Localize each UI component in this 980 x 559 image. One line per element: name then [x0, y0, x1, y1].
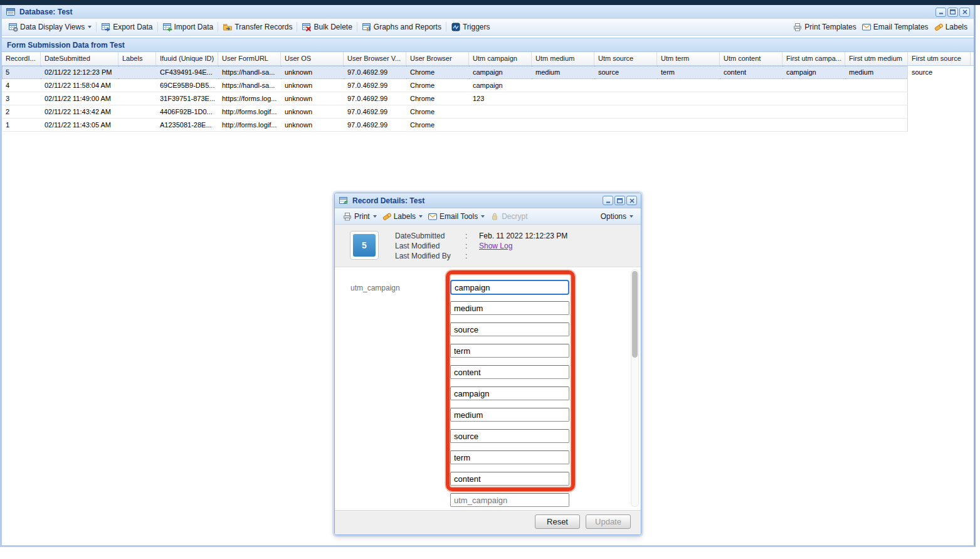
show-log-link[interactable]: Show Log — [479, 241, 512, 251]
modal-scrollbar[interactable] — [631, 269, 639, 507]
column-header[interactable]: First utm campa... — [782, 52, 845, 65]
utm-field-input[interactable] — [450, 429, 569, 443]
table-cell: 5 — [2, 66, 41, 79]
column-header[interactable]: Utm source — [594, 52, 657, 65]
utm-field-input[interactable] — [450, 301, 569, 315]
record-number-badge: 5 — [353, 234, 376, 257]
graphs-and-reports-button[interactable]: Graphs and Reports — [359, 21, 444, 33]
modal-title: Record Details: Test — [352, 196, 424, 205]
table-cell: Chrome — [406, 92, 469, 105]
column-header[interactable]: Utm content — [720, 52, 782, 65]
table-cell — [532, 79, 594, 92]
table-row[interactable]: 202/11/22 11:43:42 AM4406F92B-1D0...http… — [2, 105, 974, 119]
column-header[interactable]: First utm source — [908, 52, 971, 65]
table-cell: term — [657, 66, 720, 79]
table-cell: 02/11/22 11:43:42 AM — [41, 105, 119, 119]
utm-field-input[interactable] — [450, 472, 569, 486]
table-row[interactable]: 302/11/22 11:49:00 AM31F39751-873E...htt… — [2, 92, 974, 105]
print-templates-button[interactable]: Print Templates — [790, 21, 858, 33]
email-tools-button[interactable]: Email Tools — [425, 210, 487, 223]
maximize-button[interactable] — [947, 8, 958, 17]
transfer-records-button[interactable]: Transfer Records — [220, 21, 295, 33]
toolbar-button-label: Transfer Records — [234, 23, 292, 31]
folder-transfer-icon — [223, 22, 233, 32]
utm-field-input[interactable] — [450, 365, 569, 379]
table-row[interactable]: 502/11/22 12:12:23 PMCF439491-94E...http… — [2, 66, 974, 79]
options-button[interactable]: Options — [598, 211, 636, 222]
email-templates-button[interactable]: Email Templates — [859, 21, 931, 33]
table-cell — [908, 79, 971, 92]
modal-minimize-button[interactable] — [603, 196, 613, 205]
close-button[interactable] — [959, 8, 970, 17]
printer-icon — [793, 22, 803, 32]
toolbar-button-label: Print Templates — [804, 23, 856, 31]
toolbar-button-label: Import Data — [174, 23, 214, 31]
table-cell: 97.0.4692.99 — [344, 105, 406, 119]
table-cell — [594, 79, 657, 92]
table-row[interactable]: 102/11/22 11:43:05 AMA1235081-28E...http… — [2, 119, 974, 132]
tag-icon — [934, 22, 944, 32]
reset-button[interactable]: Reset — [535, 514, 580, 529]
table-cell: 02/11/22 11:49:00 AM — [41, 92, 119, 105]
minimize-button[interactable] — [935, 8, 946, 17]
scrollbar-thumb[interactable] — [632, 271, 638, 358]
utm-campaign-input[interactable] — [450, 493, 569, 507]
table-row[interactable]: 402/11/22 11:58:04 AM69CE95B9-DB5...http… — [2, 79, 974, 92]
toolbar-button-label: Options — [601, 212, 626, 221]
table-cell: unknown — [281, 79, 344, 92]
utm-field-input[interactable] — [450, 322, 569, 336]
import-data-button[interactable]: Import Data — [160, 21, 216, 33]
toolbar-button-label: Export Data — [113, 23, 152, 31]
database-icon — [6, 7, 16, 17]
column-header[interactable]: User FormURL — [218, 52, 281, 65]
table-cell — [469, 119, 532, 132]
record-summary: 5 DateSubmitted : Feb. 11 2022 12:12:23 … — [335, 225, 641, 267]
modal-toolbar: Print Labels Email Tools Decrypt Options — [335, 208, 641, 225]
triggers-button[interactable]: Triggers — [448, 21, 493, 33]
decrypt-button[interactable]: Decrypt — [487, 210, 530, 223]
record-badge-box: 5 — [350, 231, 379, 260]
update-button[interactable]: Update — [586, 514, 631, 529]
bulk-delete-button[interactable]: Bulk Delete — [299, 21, 354, 33]
toolbar-separator — [157, 22, 158, 32]
column-header[interactable]: First utm medium — [845, 52, 908, 65]
chevron-down-icon — [481, 215, 485, 218]
column-header[interactable]: User OS — [281, 52, 344, 65]
utm-field-input[interactable] — [450, 386, 569, 400]
field-label: Last Modified By — [395, 251, 465, 261]
table-cell: 02/11/22 11:43:05 AM — [41, 119, 119, 132]
column-header[interactable]: User Browser — [406, 52, 469, 65]
window-titlebar: Database: Test — [2, 5, 974, 19]
record-form: utm_campaign — [335, 267, 641, 510]
column-header[interactable]: RecordI... — [2, 52, 41, 65]
utm-field-input[interactable] — [450, 344, 569, 358]
toolbar-button-label: Labels — [946, 23, 967, 31]
column-header[interactable]: Ifuuid (Unique ID) — [156, 52, 218, 65]
utm-field-input[interactable] — [450, 280, 569, 295]
utm-field-input[interactable] — [450, 408, 569, 422]
field-colon: : — [465, 251, 479, 261]
table-cell — [532, 105, 594, 119]
table-cell: Chrome — [406, 119, 469, 132]
modal-close-button[interactable] — [626, 196, 637, 205]
table-cell: source — [908, 66, 971, 79]
table-cell: A1235081-28E... — [156, 119, 218, 132]
column-header[interactable]: DateSubmitted — [41, 52, 119, 65]
column-header[interactable]: Utm medium — [532, 52, 594, 65]
toolbar-separator — [218, 22, 218, 32]
column-header[interactable]: Utm campaign — [469, 52, 532, 65]
utm-field-input[interactable] — [450, 450, 569, 464]
column-header[interactable]: Labels — [119, 52, 156, 65]
column-header[interactable]: Utm term — [657, 52, 720, 65]
print-button[interactable]: Print — [340, 210, 379, 223]
export-data-button[interactable]: Export Data — [98, 21, 155, 33]
table-cell — [119, 105, 156, 119]
field-colon: : — [465, 231, 479, 241]
labels-menu-button[interactable]: Labels — [379, 210, 425, 223]
chevron-down-icon — [419, 215, 423, 218]
labels-button[interactable]: Labels — [931, 21, 970, 33]
data-display-views-button[interactable]: Data Display Views — [6, 21, 94, 33]
modal-maximize-button[interactable] — [614, 196, 625, 205]
utm-campaign-label: utm_campaign — [350, 284, 400, 292]
column-header[interactable]: User Browser V... — [344, 52, 406, 65]
